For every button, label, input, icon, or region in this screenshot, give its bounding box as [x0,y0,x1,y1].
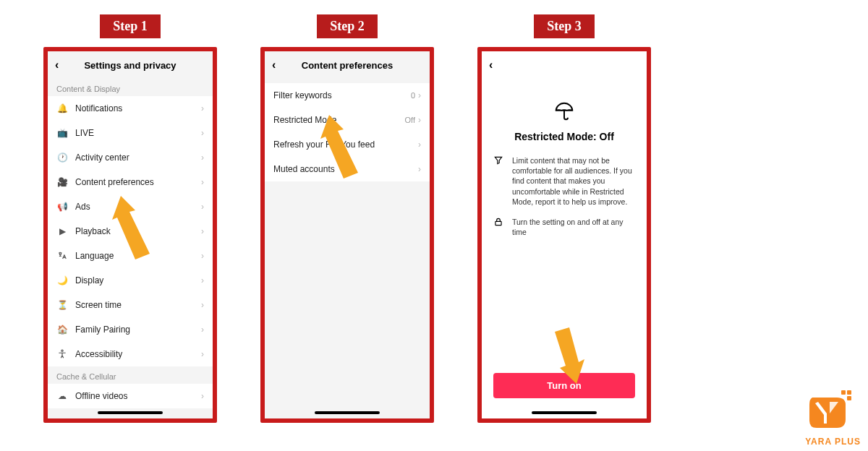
tv-icon: 📺 [56,127,68,139]
page-title: Content preferences [265,60,430,71]
row-label: Muted accounts [273,164,418,174]
step-2-label: Step 2 [317,14,378,38]
row-family-pairing[interactable]: 🏠Family Pairing› [48,317,213,342]
chevron-right-icon: › [201,153,204,163]
brand-logo: YARA PLUS [805,389,861,447]
row-label: Notifications [75,103,201,113]
row-label: Playback [75,226,201,236]
accessibility-icon [56,348,68,360]
back-icon[interactable]: ‹ [55,59,59,72]
step-2-column: Step 2 ‹ Content preferences Filter keyw… [260,14,434,423]
back-icon[interactable]: ‹ [489,59,493,72]
lock-icon [493,217,505,237]
moon-icon: 🌙 [56,275,68,286]
chevron-right-icon: › [201,300,204,310]
row-display[interactable]: 🌙Display› [48,268,213,293]
logo-text: YARA PLUS [805,437,861,447]
row-playback[interactable]: ▶Playback› [48,219,213,244]
row-label: Refresh your For You feed [273,139,418,150]
chevron-right-icon: › [201,391,204,401]
svg-rect-3 [495,221,501,225]
phone-screen-2: ‹ Content preferences Filter keywords0› … [260,47,434,423]
row-label: Content preferences [75,177,201,187]
header: ‹ [482,51,647,79]
row-offline-videos[interactable]: ☁Offline videos› [48,384,213,408]
bell-icon: 🔔 [56,103,68,114]
logo-icon [805,389,856,435]
info-toggle: Turn the setting on and off at any time [493,217,635,237]
chevron-right-icon: › [201,325,204,335]
content-pref-list: Filter keywords0› Restricted ModeOff› Re… [265,83,430,181]
row-ads[interactable]: 📢Ads› [48,194,213,219]
phone-screen-1: ‹ Settings and privacy Content & Display… [43,47,217,423]
row-label: Accessibility [75,349,201,359]
svg-rect-6 [847,390,851,395]
language-icon [56,250,68,262]
row-accessibility[interactable]: Accessibility› [48,342,213,366]
home-indicator [98,411,163,414]
chevron-right-icon: › [201,349,204,359]
row-value: Off [405,116,415,124]
chevron-right-icon: › [418,115,421,125]
phone-screen-3: ‹ Restricted Mode: Off Limit content tha… [477,47,651,423]
row-language[interactable]: Language› [48,244,213,268]
back-icon[interactable]: ‹ [272,59,276,72]
home-indicator [315,411,380,414]
row-label: Restricted Mode [273,115,405,125]
umbrella-icon [493,100,635,122]
chevron-right-icon: › [418,90,421,100]
svg-rect-5 [841,390,846,395]
header: ‹ Content preferences [265,51,430,79]
clock-icon: 🕐 [56,152,68,163]
row-muted-accounts[interactable]: Muted accounts› [265,157,430,181]
row-live[interactable]: 📺LIVE› [48,121,213,145]
row-value: 0 [411,91,415,100]
row-label: Language [75,251,201,261]
section-header-2: Cache & Cellular [48,366,213,384]
row-label: Offline videos [75,391,201,401]
svg-point-0 [61,350,63,351]
home-indicator [532,411,597,414]
chevron-right-icon: › [201,202,204,212]
row-screen-time[interactable]: ⏳Screen time› [48,293,213,317]
info-limit-content: Limit content that may not be comfortabl… [493,155,635,207]
row-notifications[interactable]: 🔔Notifications› [48,96,213,121]
cloud-icon: ☁ [56,390,68,402]
row-filter-keywords[interactable]: Filter keywords0› [265,83,430,108]
restricted-mode-body: Restricted Mode: Off Limit content that … [482,79,647,418]
row-label: Ads [75,202,201,212]
chevron-right-icon: › [201,128,204,138]
chevron-right-icon: › [201,251,204,261]
filter-icon [493,155,505,207]
row-content-preferences[interactable]: 🎥Content preferences› [48,170,213,194]
row-label: Screen time [75,300,201,310]
step-1-column: Step 1 ‹ Settings and privacy Content & … [43,14,217,423]
row-label: Filter keywords [273,90,411,100]
section-header: Content & Display [48,79,213,96]
restricted-mode-title: Restricted Mode: Off [493,131,635,142]
row-label: LIVE [75,128,201,138]
row-refresh-feed[interactable]: Refresh your For You feed› [265,132,430,157]
header: ‹ Settings and privacy [48,51,213,79]
row-label: Activity center [75,153,201,163]
home-icon: 🏠 [56,324,68,335]
chevron-right-icon: › [418,164,421,174]
chevron-right-icon: › [418,139,421,150]
svg-rect-7 [847,396,851,400]
play-icon: ▶ [56,226,68,237]
turn-on-button[interactable]: Turn on [493,373,635,398]
info-text: Limit content that may not be comfortabl… [512,155,635,207]
info-text: Turn the setting on and off at any time [512,217,635,237]
settings-list-2: ☁Offline videos› [48,384,213,408]
chevron-right-icon: › [201,226,204,236]
row-restricted-mode[interactable]: Restricted ModeOff› [265,108,430,132]
video-icon: 🎥 [56,176,68,188]
row-label: Display [75,275,201,285]
row-label: Family Pairing [75,325,201,335]
step-1-label: Step 1 [100,14,161,38]
chevron-right-icon: › [201,103,204,113]
row-activity[interactable]: 🕐Activity center› [48,145,213,170]
settings-list: 🔔Notifications› 📺LIVE› 🕐Activity center›… [48,96,213,366]
chevron-right-icon: › [201,177,204,187]
tutorial-steps: Step 1 ‹ Settings and privacy Content & … [0,0,868,437]
